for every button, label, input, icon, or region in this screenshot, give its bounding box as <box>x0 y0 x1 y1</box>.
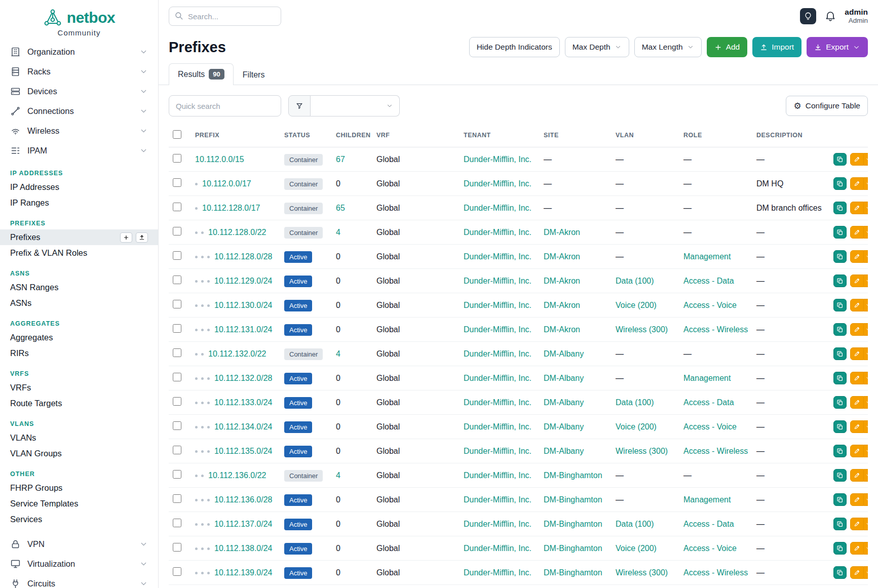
copy-button[interactable] <box>833 226 847 239</box>
prefix-link[interactable]: 10.112.136.0/22 <box>208 471 266 480</box>
configure-table-button[interactable]: ⚙ Configure Table <box>786 96 868 116</box>
role-link[interactable]: Management <box>683 495 731 504</box>
sidebar-item-devices[interactable]: Devices <box>0 82 158 101</box>
sidebar-item-racks[interactable]: Racks <box>0 62 158 82</box>
edit-button[interactable] <box>850 323 864 336</box>
tenant-link[interactable]: Dunder-Mifflin, Inc. <box>464 349 531 358</box>
edit-dropdown-button[interactable] <box>864 202 868 214</box>
children-count-link[interactable]: 4 <box>336 228 340 237</box>
sidebar-item-route-targets[interactable]: Route Targets <box>0 396 158 411</box>
prefix-link[interactable]: 10.112.135.0/24 <box>214 447 272 455</box>
edit-dropdown-button[interactable] <box>864 445 868 457</box>
edit-button[interactable] <box>850 420 864 433</box>
sidebar-item-organization[interactable]: Organization <box>0 42 158 62</box>
vlan-link[interactable]: Voice (200) <box>616 422 657 431</box>
copy-button[interactable] <box>833 469 847 482</box>
tenant-link[interactable]: Dunder-Mifflin, Inc. <box>464 544 531 553</box>
sidebar-item-services[interactable]: Services <box>0 512 158 527</box>
children-count-link[interactable]: 67 <box>336 155 345 164</box>
edit-dropdown-button[interactable] <box>864 372 868 384</box>
sidebar-item-service-templates[interactable]: Service Templates <box>0 496 158 512</box>
tenant-link[interactable]: Dunder-Mifflin, Inc. <box>464 204 531 212</box>
quick-search-input[interactable] <box>169 95 281 116</box>
tenant-link[interactable]: Dunder-Mifflin, Inc. <box>464 252 531 261</box>
row-checkbox[interactable] <box>173 397 181 406</box>
sidebar-item-fhrp-groups[interactable]: FHRP Groups <box>0 480 158 496</box>
vlan-link[interactable]: Data (100) <box>616 277 654 285</box>
site-link[interactable]: DM-Akron <box>544 228 580 237</box>
prefix-link[interactable]: 10.112.137.0/24 <box>214 520 272 528</box>
row-checkbox[interactable] <box>173 519 181 527</box>
row-checkbox[interactable] <box>173 251 181 260</box>
tenant-link[interactable]: Dunder-Mifflin, Inc. <box>464 422 531 431</box>
vlan-link[interactable]: Voice (200) <box>616 544 657 553</box>
tab-filters[interactable]: Filters <box>234 65 274 85</box>
copy-button[interactable] <box>833 323 847 336</box>
row-checkbox[interactable] <box>173 276 181 284</box>
copy-button[interactable] <box>833 372 847 384</box>
tenant-link[interactable]: Dunder-Mifflin, Inc. <box>464 471 531 480</box>
role-link[interactable]: Access - Voice <box>683 544 737 553</box>
edit-button[interactable] <box>850 202 864 214</box>
prefix-link[interactable]: 10.112.134.0/24 <box>214 422 272 431</box>
saved-filter-select[interactable] <box>311 95 400 116</box>
theme-toggle-button[interactable] <box>800 8 816 24</box>
edit-dropdown-button[interactable] <box>864 566 868 579</box>
edit-dropdown-button[interactable] <box>864 177 868 190</box>
role-link[interactable]: Management <box>683 252 731 261</box>
role-link[interactable]: Access - Data <box>683 520 734 528</box>
prefix-link[interactable]: 10.112.0.0/17 <box>202 179 251 188</box>
copy-button[interactable] <box>833 566 847 579</box>
column-header-site[interactable]: SITE <box>540 124 612 147</box>
prefix-link[interactable]: 10.112.129.0/24 <box>214 277 272 285</box>
tenant-link[interactable]: Dunder-Mifflin, Inc. <box>464 155 531 164</box>
sidebar-item-vrfs[interactable]: VRFs <box>0 380 158 396</box>
prefix-link[interactable]: 10.112.136.0/28 <box>214 495 272 504</box>
global-search-input[interactable] <box>169 7 281 26</box>
max-length-dropdown[interactable]: Max Length <box>634 37 702 57</box>
site-link[interactable]: DM-Binghamton <box>544 544 602 553</box>
copy-button[interactable] <box>833 275 847 287</box>
copy-button[interactable] <box>833 299 847 311</box>
site-link[interactable]: DM-Albany <box>544 374 584 382</box>
sidebar-item-wireless[interactable]: Wireless <box>0 121 158 141</box>
edit-button[interactable] <box>850 153 864 166</box>
role-link[interactable]: Access - Voice <box>683 301 737 309</box>
role-link[interactable]: Access - Data <box>683 277 734 285</box>
edit-button[interactable] <box>850 226 864 239</box>
edit-button[interactable] <box>850 299 864 311</box>
edit-button[interactable] <box>850 250 864 263</box>
site-link[interactable]: DM-Albany <box>544 349 584 358</box>
column-header-vrf[interactable]: VRF <box>372 124 460 147</box>
role-link[interactable]: Access - Wireless <box>683 568 748 577</box>
sidebar-item-ip-addresses[interactable]: IP Addresses <box>0 179 158 195</box>
tenant-link[interactable]: Dunder-Mifflin, Inc. <box>464 398 531 407</box>
site-link[interactable]: DM-Akron <box>544 252 580 261</box>
row-checkbox[interactable] <box>173 324 181 333</box>
tenant-link[interactable]: Dunder-Mifflin, Inc. <box>464 568 531 577</box>
row-checkbox[interactable] <box>173 203 181 211</box>
tenant-link[interactable]: Dunder-Mifflin, Inc. <box>464 228 531 237</box>
prefix-link[interactable]: 10.112.130.0/24 <box>214 301 272 309</box>
tab-results[interactable]: Results 90 <box>169 63 234 85</box>
copy-button[interactable] <box>833 396 847 409</box>
prefix-link[interactable]: 10.112.138.0/24 <box>214 544 272 553</box>
edit-button[interactable] <box>850 396 864 409</box>
sidebar-item-aggregates[interactable]: Aggregates <box>0 330 158 345</box>
copy-button[interactable] <box>833 153 847 166</box>
role-link[interactable]: Access - Voice <box>683 422 737 431</box>
column-header-vlan[interactable]: VLAN <box>612 124 679 147</box>
edit-dropdown-button[interactable] <box>864 518 868 530</box>
edit-dropdown-button[interactable] <box>864 347 868 360</box>
prefix-link[interactable]: 10.112.139.0/24 <box>214 568 272 577</box>
copy-button[interactable] <box>833 202 847 214</box>
saved-filter-button[interactable] <box>288 95 311 116</box>
edit-dropdown-button[interactable] <box>864 420 868 433</box>
sidebar-item-rirs[interactable]: RIRs <box>0 345 158 361</box>
edit-button[interactable] <box>850 566 864 579</box>
notifications-button[interactable] <box>824 10 837 23</box>
sidebar-item-ip-ranges[interactable]: IP Ranges <box>0 195 158 211</box>
sidebar-item-circuits[interactable]: Circuits <box>0 574 158 588</box>
children-count-link[interactable]: 4 <box>336 471 340 480</box>
sidebar-item-asns[interactable]: ASNs <box>0 295 158 311</box>
